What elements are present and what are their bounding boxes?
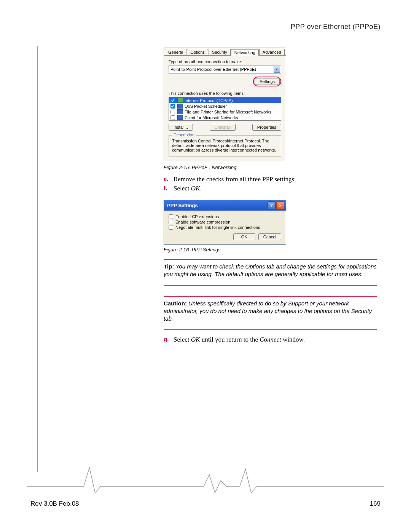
footer-revision: Rev 3.0B Feb.08 <box>30 500 79 508</box>
description-text: Transmission Control Protocol/Internet P… <box>172 139 278 152</box>
tab-networking[interactable]: Networking <box>231 49 259 56</box>
ppp-option-label: Enable software compression <box>175 220 230 224</box>
tab-advanced[interactable]: Advanced <box>259 49 285 55</box>
ppp-option-checkbox[interactable] <box>169 214 173 219</box>
settings-highlight: Settings <box>253 77 281 86</box>
tab-body: Type of broadband connection to make: Po… <box>164 56 286 162</box>
item-checkbox[interactable] <box>170 98 175 103</box>
step-e: e. Remove the checks from all three PPP … <box>164 176 377 183</box>
settings-button[interactable]: Settings <box>255 78 280 85</box>
tip-text: You may want to check the Options tab an… <box>164 263 377 277</box>
ppp-settings-dialog: PPP Settings ? × Enable LCP extensions E… <box>164 200 286 244</box>
ppp-option-label: Negotiate multi-link for single link con… <box>175 225 260 230</box>
install-button[interactable]: Install... <box>169 124 193 131</box>
step-letter: e. <box>164 176 174 183</box>
connection-type-value: Point-to-Point Protocol over Ethernet (P… <box>170 67 256 72</box>
item-checkbox[interactable] <box>170 115 175 120</box>
footer-decoration <box>27 465 384 496</box>
ppp-option-row: Enable software compression <box>169 220 281 224</box>
vertical-rule <box>37 46 38 472</box>
networking-panel: General Options Security Networking Adva… <box>164 48 286 162</box>
step-g: g. Select OK until you return to the Con… <box>164 336 377 343</box>
dialog-body: Enable LCP extensions Enable software co… <box>164 211 286 244</box>
item-label: Internet Protocol (TCP/IP) <box>185 98 233 103</box>
callout-rule <box>164 259 377 260</box>
list-item[interactable]: Client for Microsoft Networks <box>169 115 281 120</box>
main-content: General Options Security Networking Adva… <box>164 48 377 351</box>
items-listbox[interactable]: Internet Protocol (TCP/IP) QoS Packet Sc… <box>169 97 281 121</box>
callout-rule <box>164 296 377 297</box>
list-item[interactable]: Internet Protocol (TCP/IP) <box>169 97 281 103</box>
description-legend: Description <box>172 133 196 137</box>
list-item[interactable]: File and Printer Sharing for Microsoft N… <box>169 109 281 115</box>
callout-rule <box>164 285 377 286</box>
chevron-down-icon: ▾ <box>274 66 280 73</box>
properties-button[interactable]: Properties <box>252 124 281 131</box>
step-text: Select OK until you return to the Connec… <box>174 336 305 343</box>
caution-label: Caution: <box>164 300 187 307</box>
item-label: QoS Packet Scheduler <box>185 104 227 109</box>
item-label: Client for Microsoft Networks <box>185 115 238 120</box>
item-checkbox[interactable] <box>170 104 175 109</box>
step-list: e. Remove the checks from all three PPP … <box>164 176 377 192</box>
items-label: This connection uses the following items… <box>169 91 281 96</box>
ppp-option-row: Enable LCP extensions <box>169 214 281 219</box>
tab-security[interactable]: Security <box>209 49 231 55</box>
network-icon <box>177 104 183 109</box>
help-icon[interactable]: ? <box>268 201 276 209</box>
list-item[interactable]: QoS Packet Scheduler <box>169 103 281 109</box>
page-number: 169 <box>370 500 381 508</box>
step-f: f. Select OK. <box>164 185 377 192</box>
step-text: Select OK. <box>174 185 202 192</box>
step-letter: g. <box>164 336 174 343</box>
tip-label: Tip: <box>164 263 174 270</box>
caution-text: Unless specifically directed to do so by… <box>164 300 372 322</box>
callout-rule <box>164 329 377 330</box>
figure-caption: Figure 2-15: PPPoE : Networking <box>164 165 377 170</box>
ppp-option-checkbox[interactable] <box>169 225 173 230</box>
uninstall-button: Uninstall <box>210 124 236 131</box>
ok-button[interactable]: OK <box>233 233 255 240</box>
ppp-option-row: Negotiate multi-link for single link con… <box>169 225 281 230</box>
item-label: File and Printer Sharing for Microsoft N… <box>185 110 271 114</box>
type-label: Type of broadband connection to make: <box>169 59 281 64</box>
dialog-title: PPP Settings <box>167 203 198 208</box>
tab-options[interactable]: Options <box>187 49 208 55</box>
cancel-button[interactable]: Cancel <box>258 233 281 240</box>
description-group: Description Transmission Control Protoco… <box>169 135 281 157</box>
network-icon <box>177 109 183 114</box>
network-icon <box>177 98 183 103</box>
page-header-title: PPP over Ethernet (PPPoE) <box>291 23 381 31</box>
caution-callout: Caution: Unless specifically directed to… <box>164 300 377 323</box>
item-checkbox[interactable] <box>170 110 175 114</box>
step-text: Remove the checks from all three PPP set… <box>174 176 296 183</box>
tab-general[interactable]: General <box>165 49 186 55</box>
figure-caption: Figure 2-16: PPP Settings <box>164 247 377 252</box>
step-letter: f. <box>164 185 174 192</box>
connection-type-select[interactable]: Point-to-Point Protocol over Ethernet (P… <box>169 65 281 73</box>
tab-bar: General Options Security Networking Adva… <box>164 48 286 56</box>
close-icon[interactable]: × <box>276 201 284 209</box>
ppp-option-label: Enable LCP extensions <box>175 214 219 219</box>
step-list: g. Select OK until you return to the Con… <box>164 336 377 343</box>
dialog-titlebar: PPP Settings ? × <box>164 200 286 211</box>
tip-callout: Tip: You may want to check the Options t… <box>164 263 377 278</box>
ppp-option-checkbox[interactable] <box>169 220 173 224</box>
network-icon <box>177 115 183 120</box>
document-page: PPP over Ethernet (PPPoE) General Option… <box>0 0 411 532</box>
